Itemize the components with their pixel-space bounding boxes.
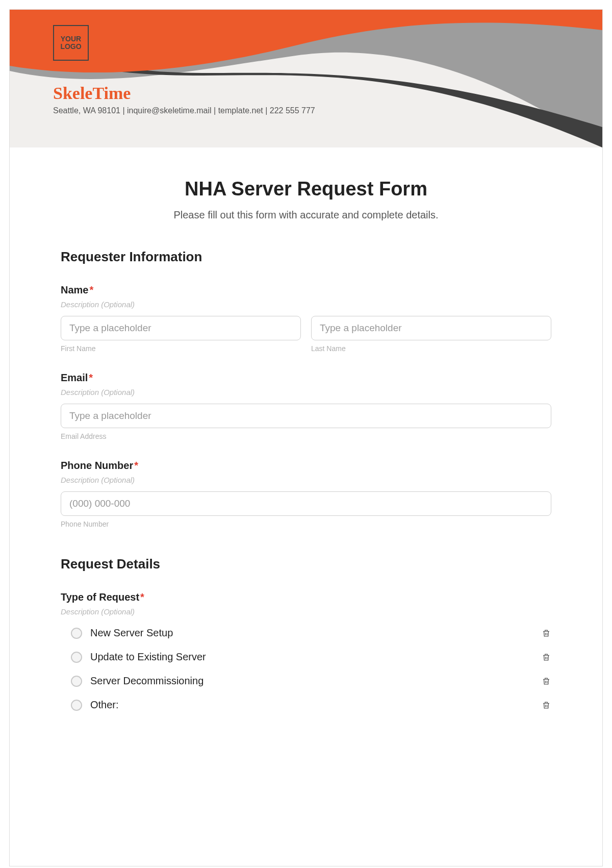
option-row: New Server Setup: [61, 621, 551, 645]
page-subtitle: Please fill out this form with accurate …: [61, 209, 551, 221]
trash-icon[interactable]: [541, 700, 551, 711]
field-type-desc: Description (Optional): [61, 607, 551, 616]
option-row: Other:: [61, 693, 551, 717]
field-email: Email* Description (Optional) Type a pla…: [61, 372, 551, 440]
required-marker: *: [89, 372, 93, 383]
brand-block: SkeleTime Seattle, WA 98101 | inquire@sk…: [53, 84, 315, 115]
trash-icon[interactable]: [541, 628, 551, 639]
field-email-label: Email*: [61, 372, 551, 384]
brand-name: SkeleTime: [53, 84, 315, 103]
field-email-label-text: Email: [61, 372, 88, 383]
section-requester-heading: Requester Information: [61, 249, 551, 265]
phone-input[interactable]: (000) 000-000: [61, 491, 551, 516]
field-phone-label-text: Phone Number: [61, 460, 133, 471]
field-name-label: Name*: [61, 284, 551, 296]
logo-placeholder: YOUR LOGO: [53, 25, 89, 61]
option-label: Other:: [90, 699, 533, 711]
field-type-label: Type of Request*: [61, 591, 551, 603]
field-type-request: Type of Request* Description (Optional) …: [61, 591, 551, 717]
email-input[interactable]: Type a placeholder: [61, 404, 551, 428]
last-name-placeholder: Type a placeholder: [320, 323, 402, 334]
phone-placeholder: (000) 000-000: [69, 498, 130, 509]
option-label: Server Decommissioning: [90, 675, 533, 687]
last-name-sublabel: Last Name: [311, 344, 551, 353]
field-name: Name* Description (Optional) Type a plac…: [61, 284, 551, 353]
section-details-heading: Request Details: [61, 556, 551, 572]
form-content: NHA Server Request Form Please fill out …: [10, 147, 602, 717]
header-banner: YOUR LOGO SkeleTime Seattle, WA 98101 | …: [10, 10, 602, 147]
required-marker: *: [140, 591, 144, 603]
radio-option[interactable]: [71, 700, 82, 711]
first-name-input[interactable]: Type a placeholder: [61, 316, 301, 340]
field-name-label-text: Name: [61, 284, 88, 295]
brand-contact: Seattle, WA 98101 | inquire@skeletime.ma…: [53, 106, 315, 115]
radio-option[interactable]: [71, 652, 82, 663]
wave-orange: [10, 10, 602, 147]
option-row: Server Decommissioning: [61, 669, 551, 693]
option-label: New Server Setup: [90, 627, 533, 639]
logo-text: YOUR LOGO: [54, 35, 88, 51]
page-title: NHA Server Request Form: [61, 178, 551, 200]
field-phone-desc: Description (Optional): [61, 476, 551, 484]
type-options: New Server Setup Update to Existing Serv…: [61, 621, 551, 717]
field-phone-label: Phone Number*: [61, 460, 551, 472]
radio-option[interactable]: [71, 676, 82, 687]
trash-icon[interactable]: [541, 652, 551, 663]
phone-sublabel: Phone Number: [61, 520, 551, 528]
option-row: Update to Existing Server: [61, 645, 551, 669]
last-name-input[interactable]: Type a placeholder: [311, 316, 551, 340]
document-page: YOUR LOGO SkeleTime Seattle, WA 98101 | …: [9, 9, 603, 866]
email-sublabel: Email Address: [61, 432, 551, 440]
first-name-placeholder: Type a placeholder: [69, 323, 151, 334]
required-marker: *: [134, 460, 138, 471]
field-name-desc: Description (Optional): [61, 300, 551, 309]
field-type-label-text: Type of Request: [61, 591, 139, 603]
first-name-sublabel: First Name: [61, 344, 301, 353]
option-label: Update to Existing Server: [90, 651, 533, 663]
trash-icon[interactable]: [541, 676, 551, 687]
field-email-desc: Description (Optional): [61, 388, 551, 396]
required-marker: *: [89, 284, 93, 295]
radio-option[interactable]: [71, 628, 82, 639]
field-phone: Phone Number* Description (Optional) (00…: [61, 460, 551, 528]
email-placeholder: Type a placeholder: [69, 410, 151, 421]
